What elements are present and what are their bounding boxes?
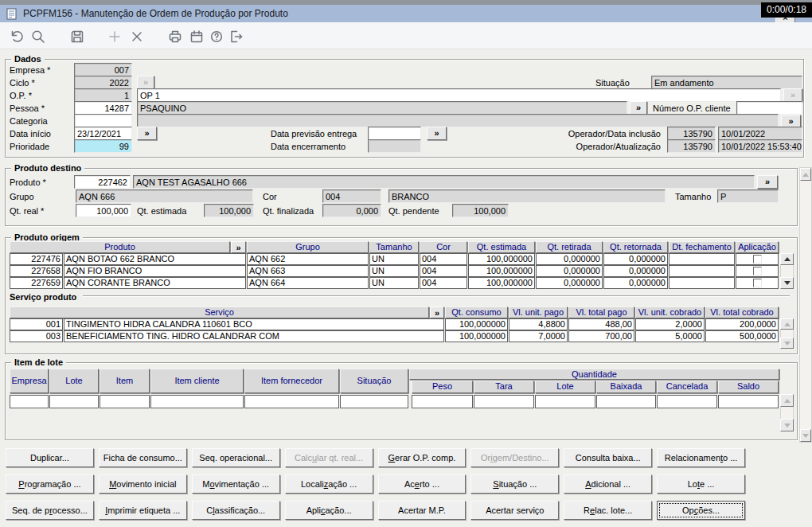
lote-cell[interactable] [657,395,717,408]
origem-cell-tamanho[interactable]: UN [369,265,419,277]
aplicacao-checkbox[interactable] [753,279,762,287]
origem-cell-qt-estimada[interactable]: 100,000000 [468,265,535,277]
lote-cell[interactable] [412,395,473,408]
servico-col-servi-o[interactable]: Serviço [10,306,429,318]
exit-icon[interactable] [227,28,244,45]
lote-col-empresa[interactable]: Empresa [10,369,49,393]
action-relac-lote[interactable]: Relac. lote... [564,501,652,520]
origem-col-grupo[interactable]: Grupo [247,241,369,253]
lote-col-baixada[interactable]: Baixada [596,381,656,393]
pessoa-lookup-button[interactable]: » [630,101,647,115]
form-scrollbar[interactable] [799,167,812,443]
categoria-field[interactable] [74,114,132,127]
lote-col-lote[interactable]: Lote [49,369,99,393]
scroll-up-button[interactable] [800,168,811,181]
action-adicional[interactable]: Adicional ... [564,474,652,494]
origem-cell-qt-retirada[interactable]: 0,000000 [536,277,603,289]
servico-produto-expand-button[interactable]: » [430,306,444,318]
action-aplica-o[interactable]: Aplicação... [285,501,373,520]
lote-cell[interactable] [244,395,339,408]
aplicacao-checkbox[interactable] [753,267,762,275]
action-duplicar[interactable]: Duplicar... [6,448,94,467]
action-acerto[interactable]: Acerto ... [378,474,467,494]
servico-cell-vl-total-pago[interactable]: 700,00 [568,330,634,342]
servico-cell-qt-consumo[interactable]: 100,000000 [445,318,508,330]
origem-col-dt-fechamento[interactable]: Dt. fechamento [669,241,735,253]
servico-col-vl-unit-pago[interactable]: Vl. unit. pago [509,306,568,318]
origem-cell-produto[interactable]: AQN BOTAO 662 BRANCO [64,253,246,265]
lote-col-cancelada[interactable]: Cancelada [657,381,717,393]
lote-col-saldo[interactable]: Saldo [718,381,779,393]
lote-col-item[interactable]: Item [100,369,150,393]
servico-cell-vl-unit-pago[interactable]: 4,8800 [509,318,568,330]
lote-cell[interactable] [150,395,244,408]
origem-cell-aplicacao[interactable] [736,277,779,289]
origem-cell-dt-fechamento[interactable] [669,265,735,277]
lote-col-situa-o[interactable]: Situação [340,369,408,393]
servico-col-vl-unit-cobrado[interactable]: Vl. unit. cobrado [635,306,705,318]
op-desc-field[interactable]: OP 1 [137,88,781,102]
search-icon[interactable] [29,28,47,45]
lote-col-peso[interactable]: Peso [412,381,473,393]
servico-cell-vl-total-cobrado[interactable]: 500,0000 [705,330,779,342]
servico-cell-codigo[interactable]: 003 [10,330,63,342]
origem-cell-qt-estimada[interactable]: 100,000000 [468,253,535,265]
origem-cell-qt-estimada[interactable]: 100,000000 [468,277,535,289]
action-imprimir-etiqueta[interactable]: Imprimir etiqueta ... [99,501,187,520]
origem-cell-cor[interactable]: 004 [420,265,467,277]
origem-col-qt-retornada[interactable]: Qt. retornada [603,241,668,253]
origem-cell-produto[interactable]: AQN CORANTE BRANCO [64,277,246,289]
pessoa-field[interactable]: 14287 [74,101,132,115]
origem-cell-codigo[interactable]: 227476 [10,253,63,265]
origem-cell-grupo[interactable]: AQN 664 [247,277,369,289]
lote-cell[interactable] [535,395,595,408]
data-inicio-calendar-button[interactable]: » [137,127,157,140]
action-relacionamento[interactable]: Relacionamento ... [657,448,745,467]
servico-cell-codigo[interactable]: 001 [10,318,63,330]
servico-col-qt-consumo[interactable]: Qt. consumo [445,306,508,318]
origem-cell-dt-fechamento[interactable] [669,277,735,289]
servico-cell-servico[interactable]: BENEFICIAMENTO TING. HIDRO CALANDRAR COM [64,330,444,342]
prioridade-field[interactable]: 99 [74,139,132,153]
lote-col-item-cliente[interactable]: Item cliente [150,369,244,393]
lote-cell[interactable] [718,395,779,408]
origem-cell-tamanho[interactable]: UN [369,253,419,265]
close-icon[interactable] [128,28,146,45]
action-acertar-servi-o[interactable]: Acertar serviço [470,501,559,520]
servico-cell-vl-unit-cobrado[interactable]: 2,0000 [635,318,705,330]
numero-op-cliente-field[interactable] [736,101,802,115]
produto-lookup-button[interactable]: » [757,175,778,189]
qt-real-field[interactable]: 100,000 [76,204,131,217]
origem-cell-qt-retornada[interactable]: 0,000000 [603,253,668,265]
lote-cell[interactable] [474,395,534,408]
servico-cell-vl-unit-cobrado[interactable]: 5,0000 [635,330,705,342]
lote-cell[interactable] [596,395,656,408]
scroll-down-button[interactable] [780,277,794,289]
lote-col-lote[interactable]: Lote [535,381,595,393]
data-inicio-field[interactable]: 23/12/2021 [74,127,132,140]
action-op-es[interactable]: Opções... [657,501,745,520]
origem-col-qt-retirada[interactable]: Qt. retirada [536,241,603,253]
origem-cell-qt-retirada[interactable]: 0,000000 [536,253,603,265]
data-previsao-field[interactable] [368,127,421,140]
servico-cell-vl-total-pago[interactable]: 488,00 [568,318,634,330]
data-previsao-calendar-button[interactable]: » [427,127,447,140]
action-acertar-m-p[interactable]: Acertar M.P. [378,501,467,520]
save-icon[interactable] [68,28,86,45]
action-programa-o[interactable]: Programação ... [6,474,94,494]
servico-col-vl-total-pago[interactable]: Vl. total pago [568,306,634,318]
action-seq-operacional[interactable]: Seq. operacional... [192,448,280,467]
lote-cell[interactable] [340,395,408,408]
scroll-up-button[interactable] [780,253,794,265]
origem-cell-dt-fechamento[interactable] [669,253,735,265]
origem-cell-aplicacao[interactable] [736,265,779,277]
origem-cell-grupo[interactable]: AQN 662 [247,253,369,265]
calendar-icon[interactable] [188,28,205,45]
origem-cell-tamanho[interactable]: UN [369,277,419,289]
origem-cell-codigo[interactable]: 227658 [10,265,63,277]
origem-cell-aplicacao[interactable] [736,253,779,265]
lote-col-quantidade[interactable]: Quantidade [409,369,779,380]
origem-col-cor[interactable]: Cor [420,241,467,253]
lote-col-tara[interactable]: Tara [474,381,534,393]
action-movimento-inicial[interactable]: Movimento inicial [99,474,187,494]
